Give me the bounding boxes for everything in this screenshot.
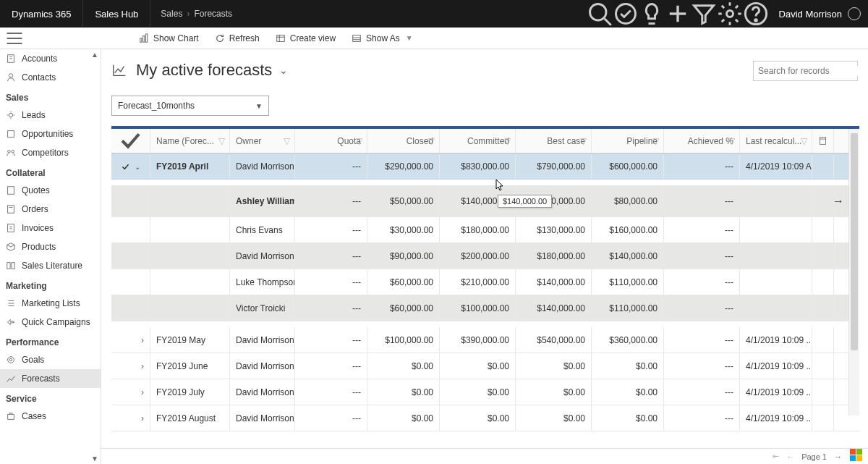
lightbulb-icon[interactable]: [639, 0, 665, 28]
table-row[interactable]: Chris Evans --- $30,000.00 $180,000.00 $…: [111, 217, 859, 243]
cell-owner[interactable]: David Morrison: [230, 353, 295, 379]
period-select[interactable]: Forecast_10months ▼: [111, 96, 269, 116]
sidebar-item-invoices[interactable]: Invoices: [0, 219, 101, 237]
sidebar-item-marketing-lists[interactable]: Marketing Lists: [0, 294, 101, 313]
sidebar-item-forecasts[interactable]: Forecasts: [0, 369, 101, 388]
microsoft-logo-icon: [850, 449, 862, 461]
cell-committed: $180,000.00: [440, 217, 516, 242]
cell-name[interactable]: FY2019 June: [150, 353, 230, 379]
sidebar-item-leads[interactable]: Leads: [0, 106, 101, 125]
sidebar-item-label: Opportunities: [22, 129, 73, 139]
expand-icon[interactable]: ›: [111, 327, 150, 353]
table-row[interactable]: › FY2019 July David Morrison --- $0.00 $…: [111, 379, 859, 405]
app-name[interactable]: Sales Hub: [83, 0, 150, 28]
first-page-icon[interactable]: ⇤: [773, 452, 779, 461]
sidebar-item-opportunities[interactable]: Opportunities: [0, 125, 101, 143]
search-icon[interactable]: [587, 0, 613, 28]
table-row[interactable]: › FY2019 June David Morrison --- $0.00 $…: [111, 353, 859, 379]
cell-owner[interactable]: Ashley Williams: [230, 185, 295, 216]
cell-owner[interactable]: David Morrison: [230, 379, 295, 405]
column-committed[interactable]: Committed▽: [440, 129, 516, 153]
column-settings-icon[interactable]: [812, 129, 834, 153]
create-view-button[interactable]: Create view: [274, 30, 337, 46]
task-icon[interactable]: [613, 0, 639, 28]
column-achieved[interactable]: Achieved %▽: [664, 129, 740, 153]
sidebar-item-label: Invoices: [22, 223, 54, 233]
help-icon[interactable]: [743, 0, 769, 28]
sidebar-item-accounts[interactable]: Accounts: [0, 49, 101, 68]
scroll-up-icon[interactable]: ▲: [90, 49, 100, 60]
search-records[interactable]: [753, 61, 858, 81]
hamburger-icon[interactable]: [4, 28, 25, 48]
prev-page-icon[interactable]: ←: [786, 452, 794, 461]
view-selector[interactable]: My active forecasts⌄: [136, 61, 288, 80]
sidebar-item-products[interactable]: Products: [0, 237, 101, 256]
cell-quota: ---: [295, 185, 367, 216]
cell-owner[interactable]: Victor Troicki: [230, 295, 295, 321]
scroll-down-icon[interactable]: ▼: [90, 453, 100, 464]
expand-icon[interactable]: ›: [111, 353, 150, 379]
cell-owner[interactable]: David Morrison: [230, 405, 295, 431]
table-row[interactable]: Victor Troicki --- $60,000.00 $100,000.0…: [111, 295, 859, 321]
sidebar-item-orders[interactable]: Orders: [0, 200, 101, 219]
cell-committed: $830,000.00: [440, 154, 516, 179]
column-last-recalc[interactable]: Last recalcul...▽: [740, 129, 812, 153]
column-quota[interactable]: Quota▽: [295, 129, 367, 153]
sidebar-item-label: Marketing Lists: [22, 298, 80, 308]
column-name[interactable]: Name (Forec...▽: [150, 129, 230, 153]
refresh-label: Refresh: [229, 33, 260, 43]
show-as-button[interactable]: Show As▼: [350, 30, 414, 46]
table-row[interactable]: › FY2019 May David Morrison --- $100,000…: [111, 327, 859, 353]
cell-owner[interactable]: David Morrison: [230, 327, 295, 353]
main-content: My active forecasts⌄ Forecast_10months ▼…: [101, 49, 868, 464]
cell-closed: $60,000.00: [367, 269, 440, 295]
cell-name[interactable]: FY2019 April: [150, 154, 230, 179]
sidebar-item-label: Products: [22, 242, 56, 252]
column-closed[interactable]: Closed▽: [367, 129, 440, 153]
expand-icon[interactable]: ›: [111, 405, 150, 431]
refresh-button[interactable]: Refresh: [213, 30, 261, 46]
search-input[interactable]: [758, 66, 867, 76]
cell-owner[interactable]: David Morrison: [230, 243, 295, 269]
sidebar-item-cases[interactable]: Cases: [0, 407, 101, 426]
add-icon[interactable]: [665, 0, 691, 28]
table-row[interactable]: David Morrison --- $90,000.00 $200,000.0…: [111, 243, 859, 269]
cell-committed: $0.00: [440, 379, 516, 405]
column-owner[interactable]: Owner▽: [230, 129, 295, 153]
table-row[interactable]: Luke Thompson --- $60,000.00 $210,000.00…: [111, 269, 859, 295]
cell-name[interactable]: FY2019 May: [150, 327, 230, 353]
table-row[interactable]: Ashley Williams --- $50,000.00 $140,000.…: [111, 185, 859, 217]
expand-icon[interactable]: ›: [111, 379, 150, 405]
cell-quota: ---: [295, 269, 367, 295]
column-pipeline[interactable]: Pipeline▽: [592, 129, 664, 153]
cell-name[interactable]: FY2019 July: [150, 379, 230, 405]
sidebar-item-quick-campaigns[interactable]: Quick Campaigns: [0, 313, 101, 332]
sidebar-item-quotes[interactable]: Quotes: [0, 181, 101, 200]
next-page-icon[interactable]: →: [834, 452, 842, 461]
table-row[interactable]: ⌄ FY2019 April David Morrison --- $290,0…: [111, 153, 859, 180]
sidebar-item-contacts[interactable]: Contacts: [0, 68, 101, 87]
vertical-scrollbar[interactable]: [848, 129, 859, 416]
show-chart-button[interactable]: Show Chart: [137, 30, 200, 46]
breadcrumb-root[interactable]: Sales: [161, 9, 182, 19]
cell-owner[interactable]: David Morrison: [230, 154, 295, 179]
cell-owner[interactable]: Chris Evans: [230, 217, 295, 242]
breadcrumb-current[interactable]: Forecasts: [194, 9, 232, 19]
brand[interactable]: Dynamics 365: [0, 0, 83, 28]
collapse-icon[interactable]: ⌄: [135, 163, 140, 171]
sidebar-item-sales-literature[interactable]: Sales Literature: [0, 256, 101, 275]
cell-name[interactable]: FY2019 August: [150, 405, 230, 431]
table-row[interactable]: › FY2019 August David Morrison --- $0.00…: [111, 405, 859, 431]
sidebar-item-competitors[interactable]: Competitors: [0, 143, 101, 162]
sidebar-item-goals[interactable]: Goals: [0, 350, 101, 369]
cell-owner[interactable]: Luke Thompson: [230, 269, 295, 295]
column-best-case[interactable]: Best case▽: [516, 129, 592, 153]
scrollbar-thumb[interactable]: [851, 133, 858, 350]
drill-arrow-icon[interactable]: →: [830, 193, 834, 209]
user-menu[interactable]: David Morrison: [769, 7, 868, 20]
filter-icon[interactable]: [691, 0, 717, 28]
select-all-column[interactable]: [111, 129, 150, 153]
svg-point-8: [754, 20, 757, 22]
settings-icon[interactable]: [717, 0, 743, 28]
cell-closed: $30,000.00: [367, 217, 440, 242]
